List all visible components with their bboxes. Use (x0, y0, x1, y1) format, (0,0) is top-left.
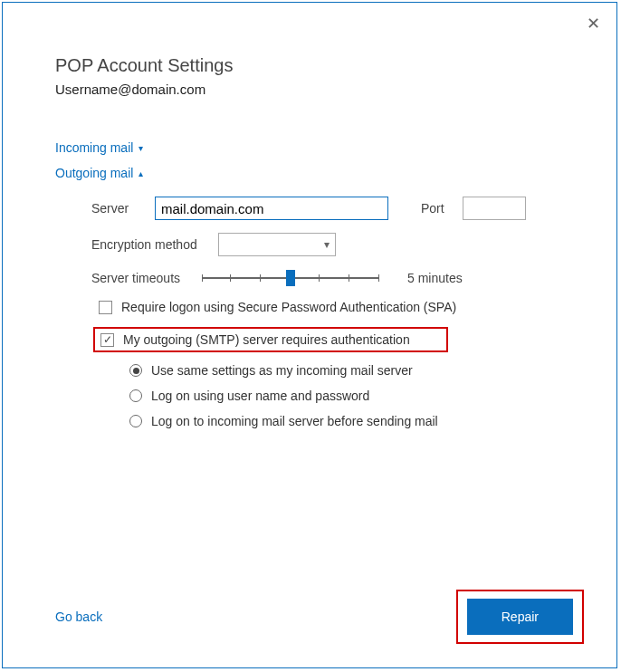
server-label: Server (91, 201, 146, 216)
outgoing-mail-toggle[interactable]: Outgoing mail ▴ (55, 166, 564, 180)
port-input[interactable] (463, 197, 526, 220)
chevron-down-icon: ▾ (139, 143, 143, 153)
go-back-link[interactable]: Go back (55, 610, 102, 624)
encryption-label: Encryption method (91, 237, 209, 252)
incoming-mail-toggle[interactable]: Incoming mail ▾ (55, 140, 564, 155)
auth-incoming-first-label: Log on to incoming mail server before se… (151, 414, 438, 428)
server-input[interactable] (155, 197, 388, 220)
radio-incoming-first[interactable] (129, 415, 142, 427)
auth-option-logon[interactable]: Log on using user name and password (129, 389, 564, 403)
radio-same[interactable] (129, 364, 142, 377)
dialog-title: POP Account Settings (55, 55, 564, 76)
dialog-content: POP Account Settings Username@domain.com… (3, 3, 616, 428)
radio-logon[interactable] (129, 389, 142, 402)
repair-button[interactable]: Repair (467, 599, 573, 635)
auth-same-label: Use same settings as my incoming mail se… (151, 363, 413, 378)
auth-logon-label: Log on using user name and password (151, 389, 369, 403)
slider-thumb[interactable] (286, 270, 295, 286)
spa-label: Require logon using Secure Password Auth… (121, 300, 456, 314)
outgoing-mail-label: Outgoing mail (55, 166, 133, 180)
timeout-row: Server timeouts 5 minutes (91, 269, 564, 287)
close-icon[interactable]: ✕ (587, 15, 600, 32)
timeout-value: 5 minutes (407, 271, 463, 285)
spa-checkbox[interactable] (99, 301, 112, 314)
encryption-row: Encryption method (91, 233, 564, 256)
outgoing-mail-section: Server Port Encryption method Server tim… (55, 191, 564, 428)
smtp-auth-highlight: My outgoing (SMTP) server requires authe… (93, 327, 448, 352)
spa-row[interactable]: Require logon using Secure Password Auth… (99, 300, 564, 314)
repair-highlight: Repair (456, 590, 584, 644)
timeout-slider[interactable] (202, 269, 378, 287)
account-email: Username@domain.com (55, 82, 564, 97)
incoming-mail-label: Incoming mail (55, 140, 133, 155)
smtp-auth-options: Use same settings as my incoming mail se… (91, 363, 564, 428)
smtp-auth-checkbox[interactable] (100, 333, 114, 347)
pop-settings-dialog: ✕ POP Account Settings Username@domain.c… (2, 2, 617, 668)
chevron-up-icon: ▴ (139, 168, 143, 178)
timeout-label: Server timeouts (91, 271, 189, 285)
auth-option-same[interactable]: Use same settings as my incoming mail se… (129, 363, 564, 378)
encryption-select[interactable] (218, 233, 336, 256)
smtp-auth-label: My outgoing (SMTP) server requires authe… (123, 332, 410, 347)
server-row: Server Port (91, 197, 564, 220)
dialog-footer: Go back Repair (55, 590, 584, 644)
auth-option-incoming-first[interactable]: Log on to incoming mail server before se… (129, 414, 564, 428)
port-label: Port (421, 201, 444, 216)
